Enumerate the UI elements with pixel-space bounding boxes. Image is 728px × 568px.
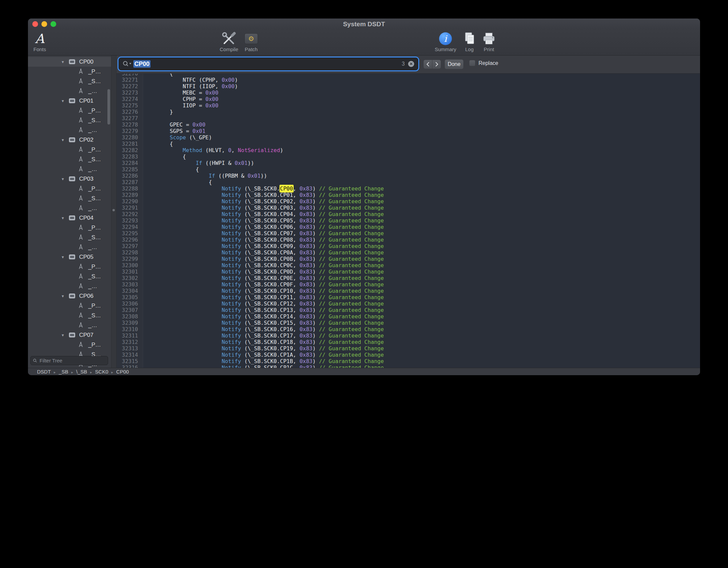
tree-child-item[interactable]: _…: [28, 281, 111, 291]
tree-child-item[interactable]: _P…: [28, 301, 111, 311]
compass-icon: [78, 234, 85, 241]
tree-item-cp04[interactable]: ▼CP04: [28, 213, 111, 223]
line-number: 32286: [117, 173, 143, 179]
code-line: 32312 Notify (\_SB.SCK0.CP18, 0x83) // G…: [117, 339, 700, 345]
tree-child-item[interactable]: _S…: [28, 233, 111, 242]
scope-icon: [69, 137, 75, 143]
code-text: {: [143, 179, 212, 185]
compass-icon: [78, 224, 85, 231]
scope-icon: [69, 254, 75, 260]
replace-checkbox[interactable]: [469, 60, 475, 66]
tree-item-label: _S…: [88, 117, 101, 124]
disclosure-triangle-icon[interactable]: ▼: [61, 60, 66, 64]
breadcrumb-item[interactable]: SCK0: [95, 369, 108, 375]
tree-item-cp03[interactable]: ▼CP03: [28, 174, 111, 184]
breadcrumb-item[interactable]: _SB: [59, 369, 68, 375]
code-text: Notify (\_SB.SCK0.CP01, 0x83) // Guarant…: [143, 192, 384, 198]
disclosure-triangle-icon[interactable]: ▼: [61, 99, 66, 103]
zoom-button[interactable]: [51, 21, 56, 27]
line-number: 32270: [117, 74, 143, 77]
code-text: Notify (\_SB.SCK0.CP0B, 0x83) // Guarant…: [143, 256, 384, 262]
compass-icon: [78, 273, 85, 280]
tree-item-label: _…: [88, 88, 97, 95]
tree-child-item[interactable]: _S…: [28, 311, 111, 320]
tree-item-cp07[interactable]: ▼CP07: [28, 330, 111, 340]
tree-child-item[interactable]: _…: [28, 125, 111, 135]
code-text: {: [143, 153, 186, 160]
tree-item-label: _P…: [88, 263, 101, 270]
disclosure-triangle-icon[interactable]: ▼: [61, 294, 66, 298]
tree-item-cp02[interactable]: ▼CP02: [28, 135, 111, 145]
tree-item-label: _…: [88, 166, 97, 173]
compass-icon: [78, 156, 85, 163]
tree-child-item[interactable]: _P…: [28, 67, 111, 76]
tree-child-item[interactable]: _…: [28, 86, 111, 96]
tree-item-cp01[interactable]: ▼CP01: [28, 96, 111, 106]
code-line: 32288 Notify (\_SB.SCK0.CP00, 0x83) // G…: [117, 185, 700, 192]
tree-child-item[interactable]: _S…: [28, 154, 111, 164]
sidebar-scrollbar[interactable]: [107, 89, 110, 125]
tree-child-item[interactable]: _P…: [28, 145, 111, 154]
code-text: Notify (\_SB.SCK0.CP1B, 0x83) // Guarant…: [143, 358, 384, 364]
tree-child-item[interactable]: _P…: [28, 223, 111, 233]
breadcrumb-item[interactable]: CP00: [116, 369, 129, 375]
pane-splitter[interactable]: [111, 56, 117, 368]
code-line: 32309 Notify (\_SB.SCK0.CP15, 0x83) // G…: [117, 320, 700, 326]
compass-icon: [78, 342, 85, 348]
tree-item-cp00[interactable]: ▼CP00: [28, 57, 111, 67]
disclosure-triangle-icon[interactable]: ▼: [61, 216, 66, 220]
code-editor[interactable]: 32270 {32271 NTFC (CPHP, 0x00)32272 NTFI…: [117, 74, 700, 368]
code-line: 32299 Notify (\_SB.SCK0.CP0B, 0x83) // G…: [117, 256, 700, 262]
window-title: System DSDT: [28, 19, 700, 30]
fonts-button[interactable]: A Fonts: [28, 31, 55, 52]
tree-child-item[interactable]: _P…: [28, 184, 111, 193]
search-field[interactable]: CP00 3 ✕: [119, 58, 418, 70]
tree-child-item[interactable]: _S…: [28, 76, 111, 86]
tree-child-item[interactable]: _S…: [28, 272, 111, 281]
print-button[interactable]: Print: [474, 31, 504, 52]
filter-tree-input[interactable]: [39, 357, 105, 364]
minimize-button[interactable]: [41, 21, 47, 27]
tree-child-item[interactable]: _S…: [28, 193, 111, 203]
tree-child-item[interactable]: _S…: [28, 115, 111, 125]
titlebar[interactable]: System DSDT: [28, 19, 700, 30]
tree-item-label: CP02: [79, 137, 94, 143]
line-number: 32288: [117, 185, 143, 192]
code-text: [143, 115, 144, 121]
line-number: 32277: [117, 115, 143, 121]
line-number: 32296: [117, 237, 143, 243]
filter-field[interactable]: [30, 356, 108, 365]
breadcrumb-separator-icon: ▸: [54, 370, 56, 374]
tree-child-item[interactable]: _…: [28, 320, 111, 330]
find-previous-button[interactable]: [423, 60, 432, 69]
code-text: Notify (\_SB.SCK0.CP05, 0x83) // Guarant…: [143, 217, 384, 224]
breadcrumb-item[interactable]: DSDT: [37, 369, 51, 375]
code-line: 32272 NTFI (IIOP, 0x00): [117, 83, 700, 90]
app-window: System DSDT A Fonts Compile ⚙: [28, 19, 700, 375]
tree-item-label: _…: [88, 244, 97, 251]
close-button[interactable]: [32, 21, 38, 27]
tree-child-item[interactable]: _…: [28, 203, 111, 213]
tree-child-item[interactable]: _P…: [28, 262, 111, 272]
tree-item-cp05[interactable]: ▼CP05: [28, 252, 111, 262]
tree-child-item[interactable]: _…: [28, 242, 111, 252]
tree-child-item[interactable]: _…: [28, 164, 111, 174]
tree-child-item[interactable]: _P…: [28, 106, 111, 115]
search-menu-icon[interactable]: [123, 61, 132, 67]
find-next-button[interactable]: [432, 60, 441, 69]
tree-item-cp06[interactable]: ▼CP06: [28, 291, 111, 301]
disclosure-triangle-icon[interactable]: ▼: [61, 333, 66, 337]
line-number: 32299: [117, 256, 143, 262]
patch-button[interactable]: ⚙ Patch: [236, 31, 266, 52]
line-number: 32290: [117, 198, 143, 205]
disclosure-triangle-icon[interactable]: ▼: [61, 255, 66, 259]
done-button[interactable]: Done: [444, 59, 464, 69]
disclosure-triangle-icon[interactable]: ▼: [61, 177, 66, 181]
line-number: 32313: [117, 345, 143, 352]
line-number: 32314: [117, 352, 143, 358]
tree-child-item[interactable]: _P…: [28, 340, 111, 350]
clear-search-icon[interactable]: ✕: [408, 61, 414, 67]
breadcrumb-item[interactable]: \_SB: [76, 369, 87, 375]
code-line: 32290 Notify (\_SB.SCK0.CP02, 0x83) // G…: [117, 198, 700, 205]
disclosure-triangle-icon[interactable]: ▼: [61, 138, 66, 142]
